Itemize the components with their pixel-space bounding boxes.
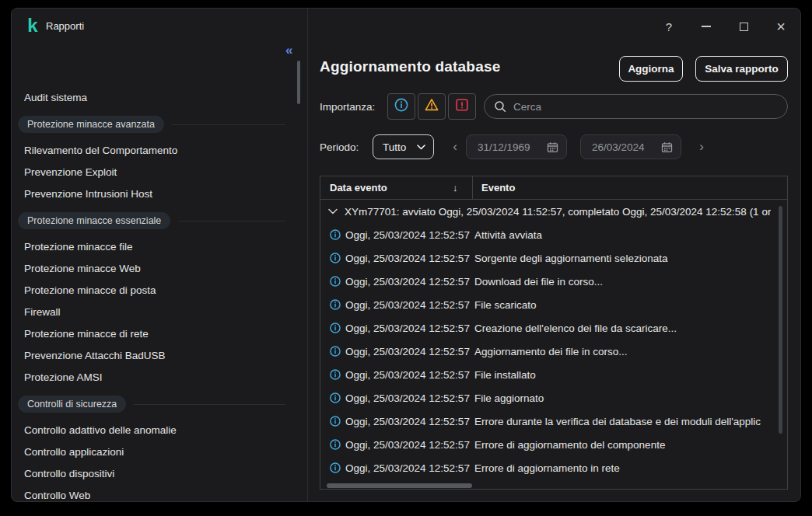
sidebar-item-prevenzione-exploit[interactable]: Prevenzione Exploit — [12, 162, 296, 183]
period-label: Periodo: — [320, 141, 359, 153]
event-date: Oggi, 25/03/2024 12:52:57 — [345, 416, 474, 427]
save-report-button[interactable]: Salva rapporto — [695, 56, 788, 82]
section-badge: Protezione minacce essenziale — [18, 212, 170, 229]
section-badge: Controlli di sicurezza — [18, 396, 126, 413]
table-header: Data evento ↓ Evento — [320, 176, 787, 200]
event-text: File aggiornato — [474, 392, 767, 404]
sidebar-item-protezione-minacce-web[interactable]: Protezione minacce Web — [12, 258, 296, 280]
event-date: Oggi, 25/03/2024 12:52:57 — [345, 276, 474, 288]
column-header-evento[interactable]: Evento — [481, 176, 515, 200]
event-date: Oggi, 25/03/2024 12:52:57 — [345, 229, 474, 241]
table-row[interactable]: Oggi, 25/03/2024 12:52:57 Download dei f… — [320, 270, 787, 293]
sidebar-item-prevenzione-badusb[interactable]: Prevenzione Attacchi BadUSB — [12, 345, 296, 367]
search-input[interactable] — [513, 101, 778, 113]
column-header-data-evento[interactable]: Data evento — [330, 176, 387, 200]
table-row[interactable]: Oggi, 25/03/2024 12:52:57 File scaricato — [320, 293, 787, 316]
date-to-field[interactable]: 26/03/2024 — [580, 134, 681, 159]
sort-desc-icon[interactable]: ↓ — [453, 176, 458, 200]
sidebar-item-controllo-adattivo[interactable]: Controllo adattivo delle anomalie — [12, 420, 296, 441]
date-from-field[interactable]: 31/12/1969 — [466, 134, 567, 159]
critical-icon — [454, 97, 470, 116]
importance-warning-button[interactable] — [418, 93, 446, 120]
sidebar-section-advanced: Protezione minacce avanzata — [12, 109, 296, 140]
sidebar: Audit sistema Protezione minacce avanzat… — [12, 44, 307, 502]
table-row[interactable]: Oggi, 25/03/2024 12:52:57 File aggiornat… — [320, 386, 787, 410]
event-date: Oggi, 25/03/2024 12:52:57 — [345, 392, 474, 404]
kaspersky-logo-icon: k — [24, 17, 41, 34]
sidebar-item-rilevamento-comportamento[interactable]: Rilevamento del Comportamento — [12, 140, 296, 162]
period-range-value: Tutto — [383, 141, 406, 153]
chevron-down-icon — [328, 208, 338, 214]
table-row[interactable]: Oggi, 25/03/2024 12:52:57 Sorgente degli… — [320, 246, 787, 270]
info-icon — [329, 415, 341, 427]
maximize-icon — [740, 23, 748, 31]
events-table: Data evento ↓ Evento XYm77701: avviato O… — [320, 176, 788, 490]
event-date: Oggi, 25/03/2024 12:52:57 — [345, 369, 474, 381]
info-icon — [329, 252, 341, 264]
info-icon — [329, 368, 341, 381]
table-row[interactable]: Oggi, 25/03/2024 12:52:57 Creazione dell… — [320, 316, 787, 340]
warning-icon — [424, 97, 439, 116]
horizontal-scrollbar[interactable] — [327, 483, 472, 488]
sidebar-item-protezione-minacce-posta[interactable]: Protezione minacce di posta — [12, 280, 296, 302]
info-icon — [329, 275, 341, 288]
task-group-row[interactable]: XYm77701: avviato Oggi, 25/03/2024 11:52… — [320, 200, 787, 223]
event-text: Errore di aggiornamento in rete — [474, 462, 767, 474]
table-row[interactable]: Oggi, 25/03/2024 12:52:57 File installat… — [320, 363, 787, 386]
event-date: Oggi, 25/03/2024 12:52:57 — [345, 346, 474, 357]
help-button[interactable]: ? — [658, 16, 680, 37]
sidebar-item-prevenzione-intrusioni-host[interactable]: Prevenzione Intrusioni Host — [12, 183, 296, 205]
event-text: Errore durante la verifica dei database … — [474, 416, 767, 427]
table-row[interactable]: Oggi, 25/03/2024 12:52:57 Errore di aggi… — [320, 433, 787, 456]
maximize-button[interactable] — [733, 16, 754, 37]
importance-label: Importanza: — [320, 101, 375, 113]
section-line — [172, 124, 285, 125]
table-row[interactable]: Oggi, 25/03/2024 12:52:57 Errore di aggi… — [320, 456, 787, 479]
sidebar-divider — [307, 9, 308, 502]
table-row[interactable]: Oggi, 25/03/2024 12:52:57 Errore durante… — [320, 410, 787, 433]
calendar-icon — [661, 141, 673, 153]
task-group-summary: XYm77701: avviato Oggi, 25/03/2024 11:52… — [345, 206, 771, 218]
table-row[interactable]: Oggi, 25/03/2024 12:52:57 Aggiornamento … — [320, 340, 787, 363]
sidebar-item-protezione-amsi[interactable]: Protezione AMSI — [12, 367, 296, 389]
sidebar-item-protezione-minacce-file[interactable]: Protezione minacce file — [12, 236, 296, 258]
minimize-button[interactable] — [695, 16, 717, 37]
sidebar-item-protezione-minacce-rete[interactable]: Protezione minacce di rete — [12, 323, 296, 345]
table-row[interactable]: Oggi, 25/03/2024 12:52:57 Attività avvia… — [320, 223, 787, 246]
info-icon — [329, 298, 341, 311]
minimize-icon — [702, 26, 711, 27]
info-icon — [329, 392, 341, 404]
sidebar-item-controllo-web[interactable]: Controllo Web — [12, 485, 296, 502]
date-to-value: 26/03/2024 — [592, 141, 645, 153]
section-badge: Protezione minacce avanzata — [18, 116, 164, 133]
chevron-down-icon — [417, 145, 425, 150]
calendar-icon — [547, 141, 558, 153]
section-line — [178, 221, 285, 221]
title-bar: k Rapporti ? × — [12, 9, 800, 44]
event-text: Aggiornamento dei file in corso... — [474, 346, 767, 357]
period-next-button[interactable]: › — [695, 138, 708, 155]
info-icon — [394, 97, 409, 116]
period-prev-button[interactable]: ‹ — [449, 138, 461, 155]
sidebar-item-audit-sistema[interactable]: Audit sistema — [12, 87, 296, 109]
date-from-value: 31/12/1969 — [478, 141, 530, 153]
info-icon — [329, 345, 341, 357]
section-line — [134, 404, 285, 405]
importance-info-button[interactable] — [387, 93, 415, 120]
info-icon — [329, 228, 341, 241]
importance-critical-button[interactable] — [448, 93, 476, 120]
sidebar-item-controllo-applicazioni[interactable]: Controllo applicazioni — [12, 441, 296, 463]
event-text: Sorgente degli aggiornamenti selezionata — [474, 253, 767, 264]
sidebar-item-controllo-dispositivi[interactable]: Controllo dispositivi — [12, 463, 296, 485]
event-text: File scaricato — [474, 299, 767, 311]
sidebar-item-firewall[interactable]: Firewall — [12, 302, 296, 323]
importance-filter-group — [387, 93, 476, 120]
vertical-scrollbar[interactable] — [779, 206, 782, 434]
event-date: Oggi, 25/03/2024 12:52:57 — [345, 462, 474, 474]
close-button[interactable]: × — [770, 16, 792, 37]
update-button[interactable]: Aggiorna — [619, 56, 683, 82]
event-date: Oggi, 25/03/2024 12:52:57 — [345, 439, 474, 451]
page-title: Aggiornamento database — [320, 58, 500, 75]
app-window: k Rapporti ? × « Audit sistema Protezion… — [11, 8, 801, 502]
period-range-select[interactable]: Tutto — [373, 134, 434, 159]
